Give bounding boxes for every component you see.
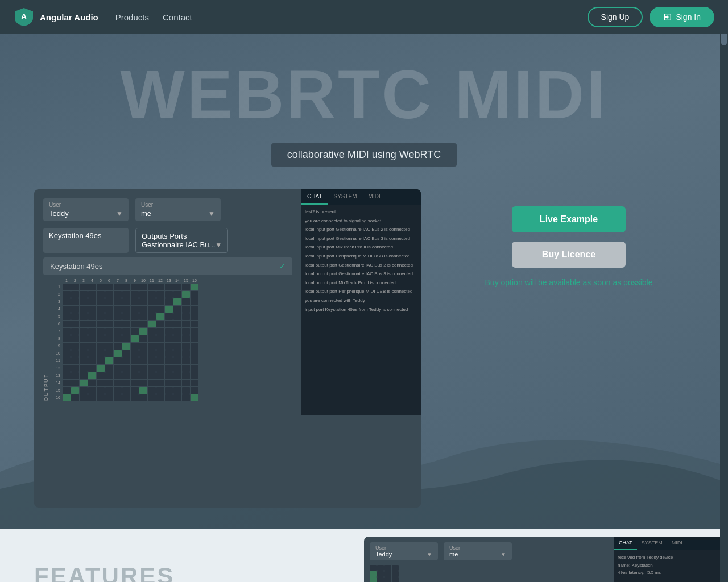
midi-cell-1-15	[182, 284, 190, 290]
midi-cell-7-5	[97, 328, 105, 335]
user2-arrow-icon: ▼	[208, 210, 215, 218]
bottom-msg-3: 49es latency: -5.5 ms	[618, 569, 725, 577]
chat-messages: test2 is presentyou are connected to sig…	[301, 205, 421, 318]
live-example-button[interactable]: Live Example	[512, 206, 626, 232]
midi-cell-2-2	[71, 291, 79, 298]
midi-cell-1-14	[173, 284, 181, 290]
midi-cell-5-5	[97, 313, 105, 320]
output-port-select[interactable]: Outputs Ports Gestionnaire IAC Bu... ▼	[135, 228, 228, 253]
midi-cell-12-12	[156, 365, 164, 372]
chat-tab-midi[interactable]: MIDI	[363, 189, 386, 205]
row-label-16: 16	[51, 394, 60, 401]
midi-cell-8-16	[191, 335, 198, 342]
chat-message-10: you are connected with Teddy	[305, 297, 417, 305]
bottom-tab-system[interactable]: SYSTEM	[637, 537, 667, 550]
nav-products-link[interactable]: Products	[115, 13, 149, 22]
chat-message-2: local input port Gestionnaire IAC Bus 2 …	[305, 226, 417, 234]
demo-right: Live Example Buy Licence Buy option will…	[444, 189, 694, 289]
midi-cell-6-8	[122, 321, 130, 327]
midi-cell-3-5	[97, 298, 105, 305]
bottom-user2-select[interactable]: User me ▼	[444, 542, 512, 560]
bottom-user1-select[interactable]: User Teddy ▼	[370, 542, 438, 560]
buy-licence-button[interactable]: Buy Licence	[512, 242, 626, 268]
midi-cell-12-15	[182, 365, 190, 372]
midi-cell-7-11	[148, 328, 156, 335]
midi-cell-7-1	[63, 328, 71, 335]
bottom-msg-2: name: Keystation	[618, 562, 725, 569]
bottom-cell-1-2	[377, 577, 384, 582]
bottom-demo: User Teddy ▼ User me ▼	[364, 537, 728, 582]
midi-cell-11-3	[80, 357, 88, 364]
bottom-cell-2-0	[384, 565, 391, 571]
midi-cell-8-6	[105, 335, 113, 342]
signin-button[interactable]: Sign In	[650, 7, 714, 27]
midi-cell-4-9	[131, 306, 139, 313]
user2-select[interactable]: User me ▼	[135, 198, 221, 221]
midi-cell-3-9	[131, 298, 139, 305]
user1-arrow-icon: ▼	[116, 210, 123, 218]
logo-shield-icon: A	[14, 7, 34, 27]
midi-row-12	[63, 365, 198, 372]
midi-cell-9-8	[122, 343, 130, 350]
midi-cell-11-8	[122, 357, 130, 364]
midi-cell-11-11	[148, 357, 156, 364]
midi-row-1	[63, 284, 198, 290]
midi-cell-3-7	[114, 298, 122, 305]
midi-cell-16-7	[114, 394, 122, 401]
outputs-label: Outputs Ports	[142, 232, 222, 240]
midi-cell-5-10	[139, 313, 147, 320]
signin-label: Sign In	[676, 13, 701, 22]
midi-cell-7-14	[173, 328, 181, 335]
scrollbar[interactable]	[720, 0, 728, 582]
nav-contact-link[interactable]: Contact	[163, 13, 192, 22]
nav-logo[interactable]: A Angular Audio	[14, 7, 98, 27]
midi-cell-6-13	[165, 321, 173, 327]
midi-cell-12-1	[63, 365, 71, 372]
bottom-cell-3-2	[392, 577, 399, 582]
features-section: FEATURES User Teddy ▼ User me ▼	[0, 529, 728, 582]
chat-tab-chat[interactable]: CHAT	[301, 189, 328, 205]
signup-button[interactable]: Sign Up	[588, 7, 643, 27]
midi-cell-11-2	[71, 357, 79, 364]
row-label-10: 10	[51, 350, 60, 357]
midi-cell-8-12	[156, 335, 164, 342]
midi-cell-2-4	[88, 291, 96, 298]
midi-cell-1-11	[148, 284, 156, 290]
midi-cell-6-4	[88, 321, 96, 327]
midi-cell-6-7	[114, 321, 122, 327]
midi-cell-3-1	[63, 298, 71, 305]
midi-cell-11-4	[88, 357, 96, 364]
midi-cell-10-12	[156, 350, 164, 357]
midi-cell-15-13	[165, 387, 173, 394]
midi-cell-12-11	[148, 365, 156, 372]
bottom-cell-2-2	[384, 577, 391, 582]
midi-cell-14-9	[131, 380, 139, 386]
midi-cell-15-7	[114, 387, 122, 394]
midi-cell-15-3	[80, 387, 88, 394]
midi-cell-5-13	[165, 313, 173, 320]
midi-cell-16-9	[131, 394, 139, 401]
midi-cell-13-13	[165, 372, 173, 379]
midi-cell-1-9	[131, 284, 139, 290]
midi-cell-14-4	[88, 380, 96, 386]
user1-select[interactable]: User Teddy ▼	[43, 198, 129, 221]
nav-logo-text: Angular Audio	[40, 13, 98, 22]
bottom-tab-chat[interactable]: CHAT	[614, 537, 637, 550]
midi-cell-3-16	[191, 298, 198, 305]
midi-cell-11-7	[114, 357, 122, 364]
midi-cell-2-6	[105, 291, 113, 298]
chat-tab-system[interactable]: SYSTEM	[328, 189, 362, 205]
midi-cell-16-14	[173, 394, 181, 401]
input-device-select[interactable]: Keystation 49es	[43, 228, 129, 253]
midi-cell-1-8	[122, 284, 130, 290]
bottom-tab-midi[interactable]: MIDI	[667, 537, 687, 550]
midi-cell-15-9	[131, 387, 139, 394]
midi-cell-8-2	[71, 335, 79, 342]
midi-cell-15-14	[173, 387, 181, 394]
midi-cell-15-1	[63, 387, 71, 394]
output-value: Gestionnaire IAC Bu...	[142, 240, 215, 249]
midi-cell-8-11	[148, 335, 156, 342]
chat-message-11: input port Keystation 49es from Teddy is…	[305, 306, 417, 314]
midi-cell-2-12	[156, 291, 164, 298]
midi-cell-13-16	[191, 372, 198, 379]
